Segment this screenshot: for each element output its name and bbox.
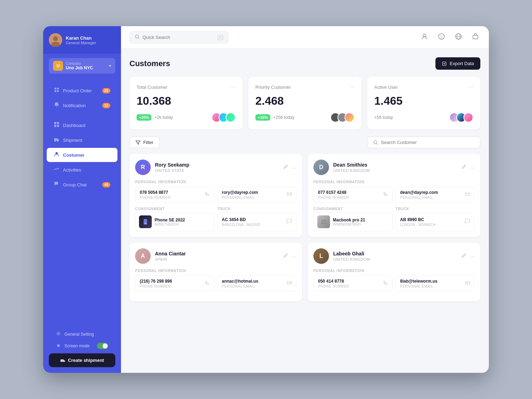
svg-rect-6 [57,90,59,92]
svg-point-19 [61,362,62,362]
email-label: PERSONAL EMAIL [222,196,287,200]
svg-point-35 [374,140,377,144]
emoji-icon[interactable] [436,31,446,43]
sidebar-item-notification[interactable]: Notification 12 [47,98,117,112]
sidebar-item-activities[interactable]: Activities [47,163,117,177]
screen-mode-toggle[interactable] [97,343,108,349]
email-icon[interactable] [465,281,470,287]
phone-cell: 077 6157 4248 PHONE NUMBER [313,187,393,203]
screen-mode-item[interactable]: Screen mode [52,340,112,352]
email-content: 8lab@teleworm.us PERSONAL EMAIL [400,279,465,288]
phone-content: 050 414 8778 PHONE NUMBER [318,279,383,288]
stat-card-header: Total Customer ··· [137,84,236,90]
stat-label: Priority Customer [255,85,291,90]
email-icon[interactable] [465,192,470,198]
more-options-icon[interactable]: ··· [470,164,475,170]
personal-info-label: PERSONAL INFORMATION [313,269,475,273]
consignment-name: Macbook pro 21 [333,218,365,222]
email-icon[interactable] [287,192,292,198]
phone-icon[interactable] [383,192,388,198]
stat-menu-icon[interactable]: ··· [231,84,236,90]
screen-mode-label: Screen mode [64,343,89,348]
email-value: annac@hotmai.us [222,279,287,284]
svg-rect-7 [54,122,56,124]
svg-rect-10 [57,125,59,127]
stat-menu-icon[interactable]: ··· [469,84,473,90]
sidebar: Karan Chan General Manager U Company Uno… [43,26,121,373]
edit-icon[interactable] [461,164,467,170]
svg-rect-37 [287,193,291,196]
truck-message-icon[interactable] [286,218,292,225]
truck-message-icon[interactable] [464,218,470,225]
sidebar-item-group-chat[interactable]: Group Chat 49 [47,178,117,192]
customer-header: D Dean Smithies UNITED KINGDOM [313,160,475,175]
package-icon[interactable] [470,31,480,43]
product-order-icon [54,87,59,94]
general-setting-item[interactable]: General Setting [52,328,112,340]
nav-section-1: Product Order 20 Notification 12 [43,81,121,115]
customer-avatar: R [135,160,151,175]
growth-text: +56 today [374,115,393,120]
sidebar-item-label: Product Order [63,88,92,93]
sidebar-item-label: Dashboard [63,123,86,128]
screen-mode-icon [56,343,61,349]
customer-search-box[interactable] [367,137,480,148]
email-label: PERSONAL EMAIL [222,284,287,288]
consignment-section-label: CONSIGNMENT [313,207,393,211]
personal-info-grid: (216) 76 298 896 PHONE NUMBER [135,276,296,291]
phone-icon[interactable] [205,281,210,287]
profile-icon[interactable] [420,31,429,43]
email-icon[interactable] [287,281,292,287]
avatar [463,112,473,122]
edit-icon[interactable] [461,253,467,259]
export-data-button[interactable]: Export Data [435,57,480,70]
svg-rect-42 [287,282,291,284]
stat-growth: +56 today [374,115,393,120]
customer-search-input[interactable] [381,140,474,145]
customer-actions: ··· [283,253,296,259]
more-options-icon[interactable]: ··· [292,164,296,170]
svg-rect-18 [60,359,64,362]
company-name: Uno Job NYC [66,65,106,70]
consignment-grid: Phone SE 2022 AI89075666GH AC 3454 BD BA… [135,212,296,231]
search-input[interactable] [143,35,215,40]
email-cell: dean@dayrep.com PERSONAL EMAIL [395,187,475,203]
company-selector[interactable]: U Company Uno Job NYC ▾ [49,58,115,74]
edit-icon[interactable] [283,253,288,259]
filter-button[interactable]: Filter [129,137,160,148]
sidebar-item-product-order[interactable]: Product Order 20 [47,83,117,98]
stat-value: 2.468 [255,94,354,108]
truck-info: AC 3454 BD BARCELONA - MADRID [222,217,260,227]
phone-icon[interactable] [383,281,388,287]
page-content: Customers Export Data Total C [121,49,489,373]
avatar-stack [449,112,473,122]
more-options-icon[interactable]: ··· [470,253,475,259]
svg-point-12 [55,141,56,142]
edit-icon[interactable] [283,164,288,170]
phone-icon[interactable] [205,192,210,198]
sidebar-item-label: Notification [63,103,86,108]
page-header: Customers Export Data [129,57,480,70]
sidebar-item-dashboard[interactable]: Dashboard [47,118,117,132]
keyboard-shortcut [218,35,223,40]
personal-info-label: PERSONAL INFORMATION [135,180,296,184]
svg-rect-39 [144,223,146,224]
sidebar-item-customer[interactable]: Costumer [47,148,117,162]
stat-card-header: Priority Customer ··· [255,84,354,90]
customer-name-block: Rory Seekamp UNITED STATE [155,162,279,173]
stat-menu-icon[interactable]: ··· [350,84,354,90]
email-value: dean@dayrep.com [400,190,465,195]
create-shipment-button[interactable]: Create shipment [49,353,115,367]
phone-cell: (216) 76 298 896 PHONE NUMBER [135,276,214,291]
general-setting-label: General Setting [64,332,94,337]
sidebar-item-shipment[interactable]: Shipment [47,133,117,147]
personal-info-label: PERSONAL INFORMATION [135,269,296,273]
svg-point-20 [63,362,64,362]
globe-icon[interactable] [453,31,463,43]
consignment-cell: Phone SE 2022 AI89075666GH [135,212,214,231]
more-options-icon[interactable]: ··· [292,253,296,259]
truck-id: AC 3454 BD [222,217,260,222]
stat-card-header: Active User ··· [374,84,473,90]
company-icon: U [53,61,63,71]
search-box[interactable] [129,31,229,44]
